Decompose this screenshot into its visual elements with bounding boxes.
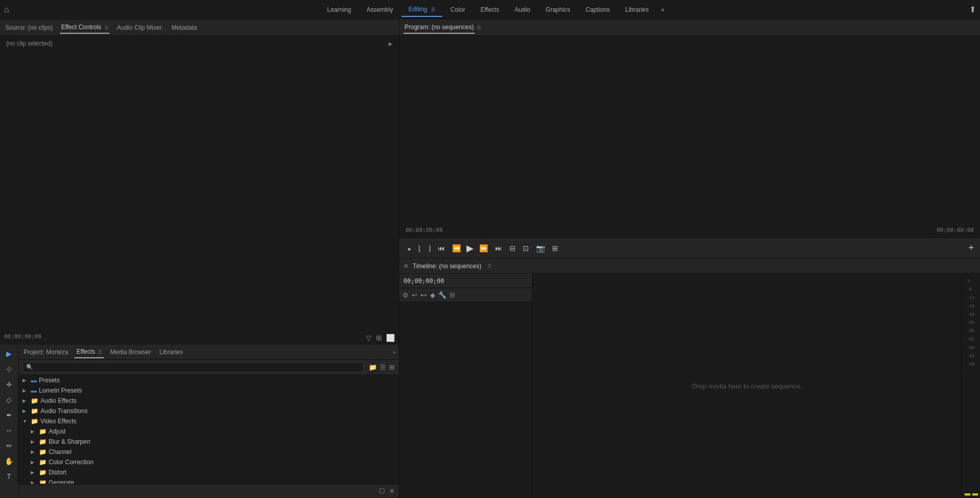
tab-project[interactable]: Project: Morteza: [22, 347, 70, 358]
folder-icon: 📁: [39, 448, 47, 456]
go-to-out-button[interactable]: ⏭: [494, 243, 504, 253]
timeline-link-icon[interactable]: 🔧: [438, 291, 446, 299]
tab-effects[interactable]: Effects: [473, 3, 506, 16]
tree-item-lumetri-presets[interactable]: ▶ ▬ Lumetri Presets: [18, 385, 399, 396]
source-toolbar: ▽ ⊞ ⬜: [366, 334, 395, 342]
tab-effects[interactable]: Effects ☰: [74, 346, 104, 358]
tab-audio-clip-mixer[interactable]: Audio Clip Mixer:: [116, 22, 164, 33]
new-folder-icon[interactable]: ☐: [379, 487, 385, 495]
program-timecode-left: 00;00;00;00: [406, 227, 443, 233]
tree-item-presets[interactable]: ▶ ▬ Presets: [18, 375, 399, 385]
timeline-content: 00;00;00;00 ⚙ ↩ ⊷ ◆ 🔧 ⊟ Drop media here …: [399, 274, 980, 498]
tab-color[interactable]: Color: [443, 3, 473, 16]
timeline-snap-icon[interactable]: ⊷: [420, 291, 427, 299]
effects-view-icons: 📁 ☰ ⊞: [369, 363, 395, 371]
step-back-button[interactable]: ⏪: [451, 243, 462, 253]
tab-libraries[interactable]: Libraries: [618, 3, 656, 16]
go-to-in-button[interactable]: ⏮: [436, 243, 446, 253]
tab-libraries[interactable]: Libraries: [157, 347, 185, 358]
no-clip-label: (no clip selected) ▶: [0, 36, 399, 51]
list-view-icon[interactable]: ☰: [380, 363, 386, 371]
audio-meter-bars: [964, 368, 978, 498]
export-icon[interactable]: ⬆: [969, 5, 976, 14]
tab-media-browser[interactable]: Media Browser: [108, 347, 153, 358]
folder-icon: 📁: [39, 469, 47, 476]
new-bin-icon[interactable]: 📁: [369, 363, 377, 371]
effects-tab-menu-icon: ☰: [98, 350, 102, 355]
tree-item-audio-effects[interactable]: ▶ 📁 Audio Effects: [18, 396, 399, 406]
tab-metadata[interactable]: Metadata: [171, 22, 198, 33]
effects-panel-tabs: Project: Morteza Effects ☰ Media Browser…: [18, 344, 399, 360]
timeline-left-panel: 00;00;00;00 ⚙ ↩ ⊷ ◆ 🔧 ⊟: [399, 274, 532, 498]
extract-button[interactable]: ⊡: [521, 243, 530, 253]
icon-view-icon[interactable]: ⊞: [389, 363, 395, 371]
tree-item-color-correction[interactable]: ▶ 📁 Color Correction: [18, 457, 399, 467]
export-frame-button[interactable]: 📷: [535, 243, 546, 253]
button-editor-icon[interactable]: ⊞: [376, 334, 382, 342]
lift-button[interactable]: ⊟: [508, 243, 517, 253]
timeline-close-button[interactable]: ✕: [403, 263, 409, 270]
text-tool-button[interactable]: T: [2, 469, 16, 484]
tree-item-distort[interactable]: ▶ 📁 Distort: [18, 467, 399, 478]
delete-icon[interactable]: ✕: [389, 487, 395, 495]
source-panel-content: (no clip selected) ▶ 00;00;00;00 ▽ ⊞ ⬜: [0, 36, 399, 344]
timeline-marker-icon[interactable]: ◆: [430, 291, 435, 299]
pen-tool-button[interactable]: ✒: [2, 408, 16, 422]
timeline-settings-icon[interactable]: ⚙: [402, 291, 409, 299]
play-button[interactable]: ▶: [466, 243, 474, 254]
tab-assembly[interactable]: Assembly: [359, 3, 400, 16]
settings-icon[interactable]: ⬜: [386, 334, 395, 342]
program-tabs: Program: (no sequences) ☰: [399, 19, 980, 36]
tree-item-audio-transitions[interactable]: ▶ 📁 Audio Transitions: [18, 406, 399, 416]
program-content: 00;00;00;00 00;00;00;00: [399, 36, 980, 237]
effects-panel-more-icon[interactable]: »: [393, 349, 396, 355]
insert-button[interactable]: ⊞: [550, 243, 560, 253]
tree-item-adjust[interactable]: ▶ 📁 Adjust: [18, 426, 399, 437]
tab-editing[interactable]: Editing ☰: [401, 3, 442, 17]
tab-audio[interactable]: Audio: [507, 3, 538, 16]
selection-tool-button[interactable]: ▶: [2, 347, 16, 361]
effect-controls-menu-icon: ☰: [104, 25, 109, 30]
step-forward-button[interactable]: ⏩: [478, 243, 489, 253]
expand-arrow-icon[interactable]: ▶: [389, 41, 393, 47]
arrow-icon: ▶: [31, 470, 37, 475]
effects-search-input-wrap: 🔍: [23, 362, 364, 372]
tab-learning[interactable]: Learning: [320, 3, 358, 16]
home-icon[interactable]: ⌂: [4, 5, 9, 14]
slide-tool-button[interactable]: ✏: [2, 439, 16, 453]
source-timecode: 00;00;00;00: [4, 333, 41, 340]
effects-search-bar: 🔍 📁 ☰ ⊞: [18, 360, 399, 375]
tab-effect-controls[interactable]: Effect Controls ☰: [60, 21, 110, 34]
more-workspaces-icon[interactable]: »: [657, 4, 669, 15]
ripple-edit-tool-button[interactable]: ✛: [2, 377, 16, 392]
timeline-timecode-bar: 00;00;00;00: [399, 274, 532, 288]
tab-captions[interactable]: Captions: [579, 3, 617, 16]
add-button[interactable]: +: [968, 243, 974, 253]
in-point-button[interactable]: ⌊: [417, 243, 422, 253]
folder-icon: 📁: [31, 418, 38, 425]
rolling-edit-tool-button[interactable]: ◇: [2, 393, 16, 407]
folder-icon: 📁: [39, 438, 47, 445]
hand-tool-button[interactable]: ✋: [2, 454, 16, 468]
program-monitor: Program: (no sequences) ☰ 00;00;00;00 00…: [399, 19, 980, 258]
tree-item-video-effects[interactable]: ▼ 📁 Video Effects: [18, 416, 399, 426]
effects-search-input[interactable]: [33, 364, 360, 371]
out-point-button[interactable]: ⌋: [427, 243, 432, 253]
audio-level-left: [965, 493, 970, 495]
tab-source[interactable]: Source: (no clips): [4, 22, 54, 33]
tree-item-channel[interactable]: ▶ 📁 Channel: [18, 447, 399, 457]
timeline-captions-icon[interactable]: ⊟: [450, 291, 455, 299]
tab-program[interactable]: Program: (no sequences): [403, 21, 475, 34]
tab-graphics[interactable]: Graphics: [539, 3, 578, 16]
source-panel-tabs: Source: (no clips) Effect Controls ☰ Aud…: [0, 19, 399, 36]
filter-icon[interactable]: ▽: [366, 334, 372, 342]
timeline-undo-icon[interactable]: ↩: [412, 291, 417, 299]
track-select-tool-button[interactable]: ⊹: [2, 362, 16, 376]
slip-tool-button[interactable]: ↔: [2, 423, 16, 438]
marker-button[interactable]: ⬥: [406, 243, 413, 253]
arrow-icon: ▶: [31, 460, 37, 465]
timeline-timecode: 00;00;00;00: [403, 277, 444, 285]
tree-item-blur-sharpen[interactable]: ▶ 📁 Blur & Sharpen: [18, 437, 399, 447]
tree-item-generate[interactable]: ▶ 📁 Generate: [18, 478, 399, 484]
program-timecode-right: 00;00;00;00: [936, 227, 974, 233]
